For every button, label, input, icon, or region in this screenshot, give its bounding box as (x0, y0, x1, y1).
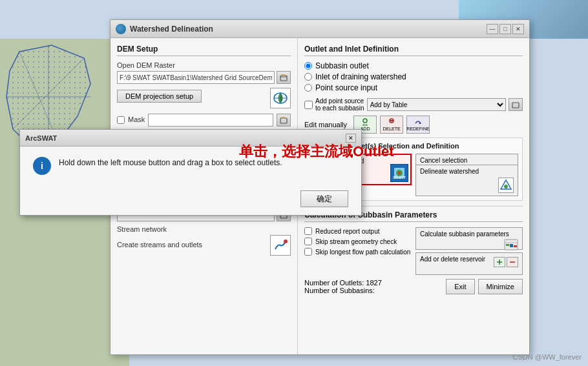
reservoir-add-icon (494, 257, 505, 267)
radio-subbasin: Subbasin outlet (304, 61, 523, 70)
create-streams-btn[interactable] (270, 235, 291, 256)
outlets-count: Number of Outlets: 1827 (304, 279, 382, 287)
svg-point-27 (504, 185, 508, 188)
svg-rect-6 (280, 76, 287, 81)
close-button[interactable]: ✕ (512, 24, 524, 34)
redefine-btn-label: REDEFINE (406, 127, 429, 131)
svg-rect-31 (510, 244, 513, 247)
mask-browse-btn[interactable] (277, 114, 291, 127)
radio-point-source-input[interactable] (304, 84, 312, 92)
mask-row: Mask (117, 114, 291, 127)
delineate-watershed-label: Delineate watershed (420, 168, 514, 175)
redefine-outlet-btn[interactable]: REDEFINE (406, 116, 430, 134)
dialog-title: ArcSWAT (25, 134, 346, 142)
radio-inlet: Inlet of draining watershed (304, 72, 523, 81)
calc-subbasin-label: Calculate subbasin parameters (420, 230, 509, 238)
svg-rect-32 (514, 245, 517, 247)
dem-section-title: DEM Setup (117, 45, 291, 56)
outlet-radio-group: Subbasin outlet Inlet of draining waters… (304, 61, 523, 92)
footer-info: Number of Outlets: 1827 Number of Subbas… (304, 279, 382, 294)
whole-watershed-icon: SELECT (390, 164, 408, 182)
edit-manually-label: Edit manually (304, 121, 347, 128)
dem-input-row (117, 71, 291, 84)
skip-longest-checkbox[interactable] (304, 248, 312, 256)
svg-point-12 (284, 239, 288, 243)
delineate-watershed-btn[interactable]: Delineate watershed (415, 165, 518, 196)
add-point-browse[interactable] (509, 98, 523, 111)
radio-point-source: Point source input (304, 83, 523, 92)
outlet-inlet-title: Outlet and Inlet Definition (304, 45, 523, 56)
radio-inlet-input[interactable] (304, 73, 312, 81)
csdn-watermark: CSDN @WW_forever (512, 353, 582, 361)
dem-projection-icon-btn[interactable] (270, 88, 291, 108)
svg-rect-13 (512, 103, 519, 108)
open-dem-label: Open DEM Raster (117, 61, 291, 69)
delineate-watershed-icon (498, 178, 514, 193)
dem-path-input[interactable] (117, 71, 275, 84)
bottom-row: Number of Outlets: 1827 Number of Subbas… (304, 279, 523, 294)
svg-rect-30 (506, 244, 509, 246)
add-point-label: Add point sourceto each subbasin (315, 97, 364, 112)
reduced-report-checkbox[interactable] (304, 227, 312, 235)
svg-point-24 (398, 172, 401, 174)
mask-input[interactable] (148, 114, 273, 127)
radio-point-source-label: Point source input (315, 83, 377, 92)
window-titlebar: Watershed Delineation — □ ✕ (110, 20, 529, 38)
delete-outlet-btn[interactable]: DELETE (380, 116, 403, 134)
skip-longest-label: Skip longest flow path calculation (315, 249, 410, 256)
mask-label: Mask (128, 116, 145, 123)
svg-point-14 (363, 119, 367, 123)
window-title: Watershed Delineation (130, 25, 487, 34)
add-delete-reservoir-btn[interactable]: Add or delete reservoir (415, 252, 523, 275)
skip-stream-row: Skip stream geometry check (304, 238, 412, 245)
calc-grid: Reduced report output Skip stream geomet… (304, 227, 523, 275)
stream-network-label: Stream network (117, 225, 291, 233)
maximize-button[interactable]: □ (499, 24, 511, 34)
calc-section: Calculation of Subbasin Parameters Reduc… (304, 206, 523, 294)
skip-stream-checkbox[interactable] (304, 238, 312, 245)
exit-btn[interactable]: Exit (446, 279, 474, 294)
svg-rect-8 (280, 118, 287, 123)
skip-stream-label: Skip stream geometry check (315, 238, 397, 245)
calc-subbasin-btn[interactable]: Calculate subbasin parameters (415, 227, 523, 250)
add-delete-label: Add or delete reservoir (420, 256, 485, 263)
dialog-close-btn[interactable]: ✕ (346, 134, 356, 143)
add-point-checkbox[interactable] (304, 101, 313, 109)
radio-subbasin-input[interactable] (304, 62, 312, 70)
info-icon: i (33, 157, 51, 175)
radio-subbasin-label: Subbasin outlet (315, 61, 369, 70)
reduced-report-row: Reduced report output (304, 227, 412, 235)
delete-btn-label: DELETE (383, 127, 400, 131)
minimize-btn[interactable]: Minimize (478, 279, 523, 294)
skip-longest-row: Skip longest flow path calculation (304, 248, 412, 256)
add-point-row: Add point sourceto each subbasin Add by … (304, 97, 523, 112)
radio-inlet-label: Inlet of draining watershed (315, 72, 406, 81)
mask-checkbox[interactable] (117, 116, 125, 124)
dialog-footer: 确定 (20, 185, 361, 215)
calc-buttons: Calculate subbasin parameters (415, 227, 523, 275)
annotation-text: 单击，选择主流域Outlet (239, 142, 394, 161)
window-controls: — □ ✕ (487, 24, 524, 34)
action-buttons: Exit Minimize (446, 279, 523, 294)
window-icon (116, 24, 126, 34)
minimize-button[interactable]: — (487, 24, 498, 34)
cancel-selection-label: Cancel selection (420, 157, 514, 164)
reservoir-delete-icon (507, 257, 518, 267)
calc-checkboxes: Reduced report output Skip stream geomet… (304, 227, 412, 275)
ok-btn[interactable]: 确定 (300, 190, 348, 207)
svg-text:SELECT: SELECT (393, 176, 406, 179)
dem-projection-btn[interactable]: DEM projection setup (117, 90, 202, 103)
add-point-select[interactable]: Add by Table (367, 98, 506, 111)
reduced-report-label: Reduced report output (315, 228, 380, 235)
create-streams-row: Create streams and outlets (117, 235, 291, 256)
dem-browse-btn[interactable] (277, 71, 291, 84)
subbasins-count: Number of Subbasins: (304, 287, 382, 294)
create-streams-label: Create streams and outlets (117, 241, 202, 249)
